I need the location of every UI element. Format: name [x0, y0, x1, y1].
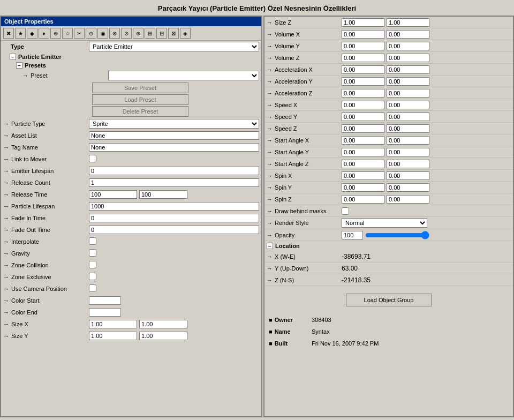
- start-angle-z-input-2[interactable]: [387, 160, 429, 168]
- z-value: -21418.35: [342, 276, 511, 284]
- collapse-location[interactable]: −: [267, 243, 273, 249]
- name-label: Name: [275, 328, 291, 335]
- start-angle-z-input-1[interactable]: [342, 160, 384, 168]
- speed-y-input-2[interactable]: [387, 112, 429, 121]
- size-y-input-2[interactable]: [139, 332, 187, 340]
- toolbar-icon-13[interactable]: ⊞: [145, 28, 155, 39]
- particle-type-select[interactable]: Sprite: [89, 119, 259, 129]
- toolbar-icon-1[interactable]: ✖: [3, 28, 14, 39]
- opacity-input[interactable]: [342, 231, 363, 239]
- acceleration-y-input-2[interactable]: [387, 77, 429, 86]
- toolbar-icon-2[interactable]: ★: [15, 28, 26, 39]
- speed-x-input-1[interactable]: [342, 101, 384, 109]
- acceleration-x-input-2[interactable]: [387, 65, 429, 74]
- panel-header: Object Properties: [1, 17, 261, 26]
- arrow-speed-x: →: [267, 102, 273, 108]
- arrow-z: →: [267, 277, 273, 283]
- size-x-input-2[interactable]: [139, 320, 187, 328]
- release-count-input[interactable]: [89, 178, 259, 187]
- collapse-presets[interactable]: −: [16, 62, 22, 69]
- spin-x-label-container: → Spin X: [267, 172, 342, 179]
- volume-x-input-2[interactable]: [387, 30, 429, 39]
- spin-y-label: Spin Y: [275, 184, 292, 191]
- tag-name-row: → Tag Name: [1, 141, 261, 153]
- toolbar-icon-6[interactable]: ☆: [62, 28, 73, 39]
- volume-z-input-2[interactable]: [387, 54, 429, 62]
- acceleration-x-input-1[interactable]: [342, 65, 384, 74]
- spin-z-input-2[interactable]: [387, 195, 429, 204]
- release-time-input-1[interactable]: [89, 190, 137, 199]
- speed-z-label-container: → Speed Z: [267, 125, 342, 132]
- fade-out-time-input[interactable]: [89, 226, 259, 234]
- acceleration-z-input-2[interactable]: [387, 89, 429, 98]
- toolbar-icon-4[interactable]: ♦: [39, 28, 49, 39]
- type-row: Type Particle Emitter: [1, 41, 261, 52]
- fade-in-time-input[interactable]: [89, 214, 259, 222]
- type-select[interactable]: Particle Emitter: [89, 42, 259, 51]
- acceleration-z-input-1[interactable]: [342, 89, 384, 98]
- spin-z-input-1[interactable]: [342, 195, 384, 204]
- color-start-swatch[interactable]: [89, 296, 121, 305]
- volume-x-input-1[interactable]: [342, 30, 384, 39]
- interpolate-checkbox[interactable]: [89, 237, 96, 245]
- save-preset-button[interactable]: Save Preset: [92, 82, 188, 93]
- toolbar-icon-9[interactable]: ◉: [97, 28, 108, 39]
- collapse-particle-emitter[interactable]: −: [10, 54, 16, 60]
- link-to-mover-checkbox[interactable]: [89, 155, 96, 162]
- preset-select[interactable]: [108, 71, 259, 80]
- size-x-input-1[interactable]: [89, 320, 137, 328]
- color-end-swatch[interactable]: [89, 308, 121, 317]
- volume-z-input-1[interactable]: [342, 54, 384, 62]
- toolbar-icon-8[interactable]: ⊙: [86, 28, 96, 39]
- draw-behind-masks-checkbox[interactable]: [342, 207, 349, 215]
- toolbar-icon-16[interactable]: ◈: [180, 28, 191, 39]
- spin-x-input-2[interactable]: [387, 171, 429, 180]
- volume-x-value: [342, 30, 511, 39]
- use-camera-position-checkbox[interactable]: [89, 284, 96, 292]
- start-angle-y-input-2[interactable]: [387, 148, 429, 156]
- volume-y-input-2[interactable]: [387, 42, 429, 50]
- acceleration-y-input-1[interactable]: [342, 77, 384, 86]
- toolbar-icon-7[interactable]: ✂: [74, 28, 85, 39]
- zone-exclusive-checkbox[interactable]: [89, 273, 96, 280]
- load-object-group-button[interactable]: Load Object Group: [346, 294, 432, 306]
- speed-x-input-2[interactable]: [387, 101, 429, 109]
- speed-y-input-1[interactable]: [342, 112, 384, 121]
- release-time-input-2[interactable]: [139, 190, 187, 199]
- speed-z-input-1[interactable]: [342, 124, 384, 133]
- toolbar-icon-14[interactable]: ⊟: [156, 28, 167, 39]
- render-style-select[interactable]: Normal: [342, 218, 427, 228]
- spin-y-input-1[interactable]: [342, 183, 384, 192]
- load-preset-button[interactable]: Load Preset: [92, 94, 188, 105]
- asset-list-input[interactable]: [89, 131, 259, 140]
- fade-out-time-label-container: → Fade Out Time: [3, 227, 89, 233]
- built-label: Built: [275, 340, 288, 347]
- toolbar-icon-12[interactable]: ⊛: [133, 28, 143, 39]
- tag-name-label-container: → Tag Name: [3, 144, 89, 151]
- start-angle-y-input-1[interactable]: [342, 148, 384, 156]
- speed-z-input-2[interactable]: [387, 124, 429, 133]
- start-angle-x-input-2[interactable]: [387, 136, 429, 145]
- spin-y-input-2[interactable]: [387, 183, 429, 192]
- asset-list-label-container: → Asset List: [3, 132, 89, 139]
- start-angle-x-input-1[interactable]: [342, 136, 384, 145]
- gravity-checkbox[interactable]: [89, 249, 96, 257]
- particle-lifespan-input[interactable]: [89, 202, 259, 211]
- size-z-label-container: → Size Z: [267, 19, 342, 26]
- color-end-label-container: → Color End: [3, 309, 89, 316]
- volume-y-input-1[interactable]: [342, 42, 384, 50]
- toolbar-icon-5[interactable]: ⊕: [50, 28, 61, 39]
- delete-preset-button[interactable]: Delete Preset: [92, 106, 188, 117]
- size-y-input-1[interactable]: [89, 332, 137, 340]
- zone-collision-checkbox[interactable]: [89, 261, 96, 268]
- toolbar-icon-3[interactable]: ◆: [27, 28, 37, 39]
- toolbar-icon-11[interactable]: ⊘: [121, 28, 132, 39]
- opacity-slider[interactable]: [365, 231, 429, 239]
- size-z-input-1[interactable]: [342, 18, 384, 27]
- tag-name-input[interactable]: [89, 143, 259, 152]
- size-z-input-2[interactable]: [387, 18, 429, 27]
- toolbar-icon-10[interactable]: ⊗: [109, 28, 120, 39]
- spin-x-input-1[interactable]: [342, 171, 384, 180]
- toolbar-icon-15[interactable]: ⊠: [168, 28, 179, 39]
- emitter-lifespan-input[interactable]: [89, 167, 259, 175]
